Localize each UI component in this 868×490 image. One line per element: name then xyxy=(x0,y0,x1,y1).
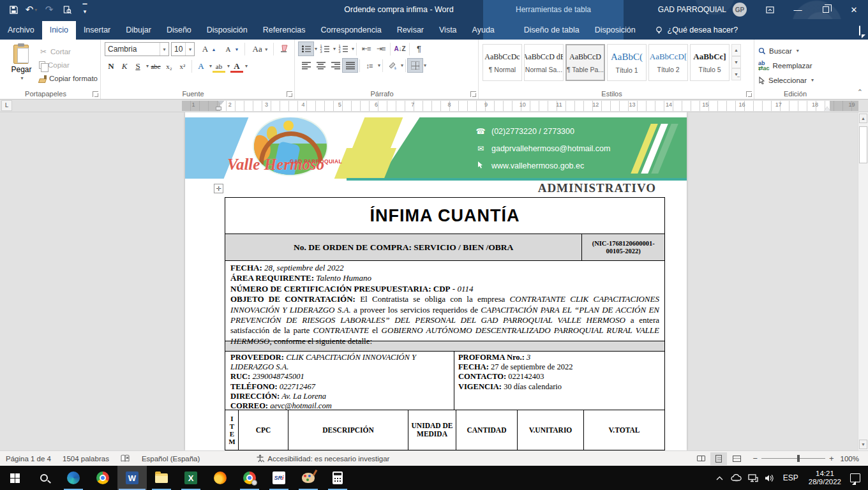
scroll-down-icon[interactable]: ▼ xyxy=(859,440,867,449)
bullets-button[interactable] xyxy=(299,42,313,56)
style-normal-sa[interactable]: AaBbCcD dE Normal Sa... xyxy=(524,44,564,81)
align-center-button[interactable] xyxy=(313,59,328,72)
objeto-paragraph[interactable]: OBJETO DE CONTRATACIÓN: El Contratista s… xyxy=(230,294,659,346)
borders-button[interactable] xyxy=(408,59,423,72)
taskbar-search-button[interactable] xyxy=(29,466,59,490)
proofing-status[interactable] xyxy=(115,454,136,463)
taskbar-chrome-profile[interactable] xyxy=(235,466,264,490)
tab-stop-selector[interactable]: L xyxy=(1,100,12,111)
tab-disposicion-tabla[interactable]: Disposición xyxy=(587,21,643,40)
paste-button[interactable]: Pegar ▾ xyxy=(4,42,39,87)
clipboard-dialog-launcher-icon[interactable] xyxy=(93,91,98,97)
tab-dibujar[interactable]: Dibujar xyxy=(118,21,159,40)
font-color-button[interactable]: A xyxy=(230,59,243,73)
font-dialog-launcher-icon[interactable] xyxy=(287,91,292,97)
justify-button[interactable] xyxy=(343,59,357,72)
column-header-cantidad[interactable]: CANTIDAD xyxy=(456,410,518,450)
highlight-button[interactable]: ab xyxy=(213,59,225,73)
taskbar-paint[interactable] xyxy=(294,466,323,490)
tell-me-box[interactable]: ¿Qué desea hacer? xyxy=(655,26,738,40)
styles-scroll-down-icon[interactable]: ▼ xyxy=(731,56,741,68)
tab-diseno[interactable]: Diseño xyxy=(159,21,199,40)
scroll-up-icon[interactable]: ▲ xyxy=(859,114,867,123)
tab-vista[interactable]: Vista xyxy=(431,21,465,40)
proforma-cell[interactable]: PROFORMA Nro.: 3 FECHA: 27 de septiembre… xyxy=(454,352,664,410)
language-indicator[interactable]: Español (España) xyxy=(136,455,206,463)
style-normal[interactable]: AaBbCcDc ¶ Normal xyxy=(483,44,522,81)
find-button[interactable]: Buscar▾ xyxy=(758,44,834,57)
replace-button[interactable]: ab⇄ac Reemplazar xyxy=(758,59,834,72)
highlight-dropdown-icon[interactable]: ▾ xyxy=(227,63,230,69)
strikethrough-button[interactable]: abc xyxy=(149,59,162,73)
format-painter-button[interactable]: Copiar formato xyxy=(39,73,98,84)
left-indent-marker[interactable] xyxy=(216,107,221,110)
taskbar-excel[interactable]: X xyxy=(176,466,206,490)
start-button[interactable] xyxy=(0,466,29,490)
zoom-in-icon[interactable]: + xyxy=(829,454,834,463)
action-center-icon[interactable] xyxy=(850,473,860,482)
styles-dialog-launcher-icon[interactable] xyxy=(746,91,752,97)
numbering-button[interactable] xyxy=(317,42,332,56)
page-indicator[interactable]: Página 1 de 4 xyxy=(0,455,57,463)
zoom-slider[interactable] xyxy=(761,458,825,459)
undo-dropdown-icon[interactable]: ▾ xyxy=(34,7,37,13)
align-left-button[interactable] xyxy=(299,59,313,72)
tab-inicio[interactable]: Inicio xyxy=(42,21,76,40)
ribbon-display-options-icon[interactable] xyxy=(756,0,784,19)
align-right-button[interactable] xyxy=(328,59,343,72)
tab-ayuda[interactable]: Ayuda xyxy=(465,21,502,40)
scrollbar-thumb[interactable] xyxy=(859,126,867,163)
styles-scroll-up-icon[interactable]: ▲ xyxy=(731,44,741,56)
font-color-dropdown-icon[interactable]: ▾ xyxy=(245,63,248,69)
tab-archivo[interactable]: Archivo xyxy=(0,21,42,40)
read-mode-button[interactable] xyxy=(692,452,709,465)
font-name-combo[interactable]: Cambria▾ xyxy=(105,42,169,56)
close-button[interactable]: ✕ xyxy=(840,0,868,19)
column-header-vunitario[interactable]: V.UNITARIO xyxy=(518,410,584,450)
font-size-dropdown-icon[interactable]: ▾ xyxy=(185,43,194,56)
line-spacing-button[interactable]: ↕≡ xyxy=(362,59,377,72)
title-cell[interactable]: ÍNFIMA CUANTÍA xyxy=(225,206,664,226)
sort-button[interactable]: A↓Z xyxy=(393,42,407,56)
collapse-ribbon-icon[interactable]: ⌃ xyxy=(857,88,863,96)
show-paragraph-marks-button[interactable]: ¶ xyxy=(412,42,426,56)
select-button[interactable]: Seleccionar▾ xyxy=(758,73,834,87)
tray-chevron-icon[interactable] xyxy=(712,476,728,480)
purchase-order-table[interactable]: ÍNFIMA CUANTÍA No. DE ORDEN DE COMPRA: S… xyxy=(225,197,665,450)
column-header-cpc[interactable]: CPC xyxy=(239,410,288,450)
multilevel-list-button[interactable] xyxy=(336,42,350,56)
text-effects-dropdown-icon[interactable]: ▾ xyxy=(209,63,212,69)
font-name-dropdown-icon[interactable]: ▾ xyxy=(160,43,168,56)
taskbar-edge[interactable] xyxy=(59,466,88,490)
zoom-slider-handle[interactable] xyxy=(797,455,800,462)
table-move-handle[interactable]: ✛ xyxy=(214,184,223,193)
onedrive-icon[interactable] xyxy=(728,474,745,482)
tab-disposicion[interactable]: Disposición xyxy=(199,21,255,40)
tab-insertar[interactable]: Insertar xyxy=(76,21,118,40)
select-dropdown-icon[interactable]: ▾ xyxy=(811,77,814,83)
paragraph-dialog-launcher-icon[interactable] xyxy=(470,91,476,97)
find-dropdown-icon[interactable]: ▾ xyxy=(797,48,799,54)
print-layout-button[interactable] xyxy=(710,452,727,465)
font-size-combo[interactable]: 10▾ xyxy=(171,42,195,56)
proveedor-cell[interactable]: PROVEEDOR: CLIK CAPACITACIÓN INNOVACIÓN … xyxy=(225,352,454,410)
zoom-percentage[interactable]: 100% xyxy=(841,455,859,463)
taskbar-word[interactable]: W xyxy=(117,466,147,490)
tab-correspondencia[interactable]: Correspondencia xyxy=(313,21,389,40)
underline-button[interactable]: S xyxy=(131,59,144,73)
web-layout-button[interactable] xyxy=(728,452,745,465)
horizontal-ruler[interactable]: 12345678910111213141516171819 xyxy=(182,101,858,111)
text-effects-button[interactable]: A xyxy=(195,59,207,73)
italic-button[interactable]: K xyxy=(118,59,131,73)
paste-dropdown-icon[interactable]: ▾ xyxy=(20,75,23,81)
field-area-requirente[interactable]: ÁREA REQUIRENTE: Talento Humano xyxy=(230,273,659,283)
taskbar-sri[interactable]: SRi xyxy=(264,466,294,490)
subscript-button[interactable]: x₂ xyxy=(163,59,176,73)
field-fecha[interactable]: FECHA: 28, septiembre del 2022 xyxy=(230,263,659,273)
column-header-descripcion[interactable]: DESCRIPCIÓN xyxy=(288,410,408,450)
word-count[interactable]: 1504 palabras xyxy=(57,455,115,463)
change-case-button[interactable]: Aa▾ xyxy=(249,42,269,56)
line-spacing-dropdown-icon[interactable]: ▾ xyxy=(378,63,380,68)
style-titulo-2[interactable]: AaBbCcD[ Título 2 xyxy=(648,44,688,81)
customize-qat-icon[interactable]: ▔▾ xyxy=(77,1,93,18)
